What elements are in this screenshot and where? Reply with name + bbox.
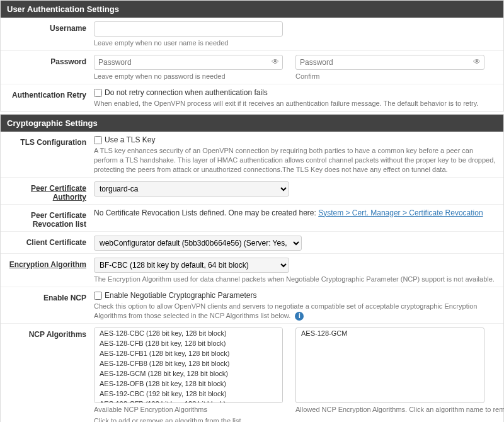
ncp-available-list[interactable]: AES-128-CBC (128 bit key, 128 bit block)… [94, 328, 283, 403]
crl-link[interactable]: System > Cert. Manager > Certificate Rev… [318, 208, 483, 217]
username-label: Username [6, 21, 94, 48]
ncp-available-item[interactable]: AES-128-GCM (128 bit key, 128 bit block) [94, 368, 282, 379]
peer-ca-select[interactable]: torguard-ca [94, 181, 289, 197]
auth-retry-checkbox-label[interactable]: Do not retry connection when authenticat… [94, 88, 268, 97]
ncp-available-item[interactable]: AES-128-OFB (128 bit key, 128 bit block) [94, 379, 282, 389]
auth-retry-label: Authentication Retry [6, 88, 94, 108]
tls-key-checkbox-label[interactable]: Use a TLS Key [94, 135, 155, 144]
ncp-available-item[interactable]: AES-192-CFB (192 bit key, 128 bit block) [94, 399, 282, 403]
ncp-available-item[interactable]: AES-128-CBC (128 bit key, 128 bit block) [94, 328, 282, 338]
user-auth-heading: User Authentication Settings [1, 1, 503, 18]
tls-config-label: TLS Configuration [6, 135, 94, 174]
crypto-panel: Cryptographic Settings TLS Configuration… [0, 114, 504, 422]
user-auth-panel: User Authentication Settings Username Le… [0, 0, 504, 111]
ncp-alg-label: NCP Algorithms [6, 328, 94, 422]
ncp-available-item[interactable]: AES-128-CFB1 (128 bit key, 128 bit block… [94, 348, 282, 358]
ncp-available-help1: Available NCP Encryption Algorithms [94, 405, 283, 414]
auth-retry-checkbox[interactable] [94, 89, 102, 97]
tls-key-checkbox[interactable] [94, 136, 102, 144]
password-help: Leave empty when no password is needed [94, 72, 283, 81]
enable-ncp-checkbox[interactable] [94, 292, 102, 300]
client-cert-label: Client Certificate [6, 236, 94, 251]
ncp-allowed-item[interactable]: AES-128-GCM [296, 328, 484, 338]
username-help: Leave empty when no user name is needed [94, 38, 498, 48]
password-label: Password [6, 55, 94, 81]
peer-ca-label: Peer Certificate Authority [6, 181, 94, 202]
password-confirm-input[interactable] [295, 55, 484, 70]
ncp-allowed-help: Allowed NCP Encryption Algorithms. Click… [295, 405, 504, 414]
ncp-available-item[interactable]: AES-192-CBC (192 bit key, 128 bit block) [94, 389, 282, 399]
info-icon[interactable]: i [295, 312, 304, 321]
enable-ncp-help: Check this option to allow OpenVPN clien… [94, 302, 498, 321]
enc-alg-help: The Encryption Algorithm used for data c… [94, 275, 498, 284]
crl-text: No Certificate Revocation Lists defined.… [94, 208, 318, 217]
enable-ncp-label: Enable NCP [6, 291, 94, 321]
auth-retry-help: When enabled, the OpenVPN process will e… [94, 99, 498, 108]
enc-alg-select[interactable]: BF-CBC (128 bit key by default, 64 bit b… [94, 258, 289, 273]
password-input[interactable] [94, 55, 283, 70]
ncp-allowed-list[interactable]: AES-128-GCM [295, 328, 484, 403]
ncp-available-help2: Click to add or remove an algorithm from… [94, 416, 283, 422]
tls-help: A TLS key enhances security of an OpenVP… [94, 146, 498, 174]
eye-icon[interactable]: 👁 [473, 57, 481, 66]
client-cert-select[interactable]: webConfigurator default (5bb3d0b664e56) … [94, 236, 302, 251]
crypto-heading: Cryptographic Settings [1, 115, 503, 132]
ncp-available-item[interactable]: AES-128-CFB (128 bit key, 128 bit block) [94, 338, 282, 348]
confirm-help: Confirm [295, 72, 484, 81]
crl-label: Peer Certificate Revocation list [6, 208, 94, 229]
enc-alg-label: Encryption Algorithm [6, 258, 94, 284]
ncp-available-item[interactable]: AES-128-CFB8 (128 bit key, 128 bit block… [94, 358, 282, 368]
enable-ncp-checkbox-label[interactable]: Enable Negotiable Cryptographic Paramete… [94, 291, 256, 300]
username-input[interactable] [94, 21, 283, 37]
eye-icon[interactable]: 👁 [272, 57, 279, 66]
